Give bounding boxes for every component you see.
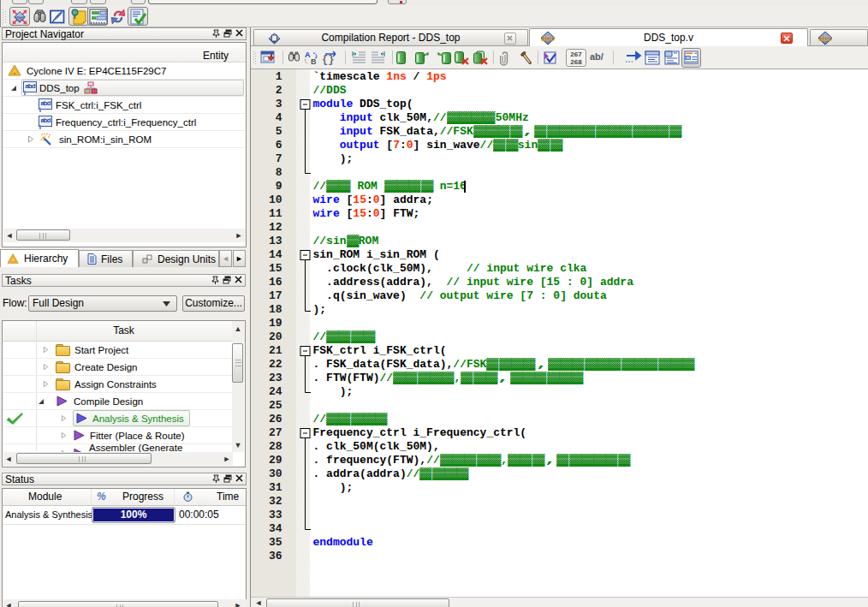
svg-text:abc: abc [541,34,555,43]
svg-text:B: B [311,57,317,65]
svg-text:A: A [305,51,311,59]
svg-text:abc: abc [818,34,832,43]
svg-text:{}: {} [322,54,334,65]
